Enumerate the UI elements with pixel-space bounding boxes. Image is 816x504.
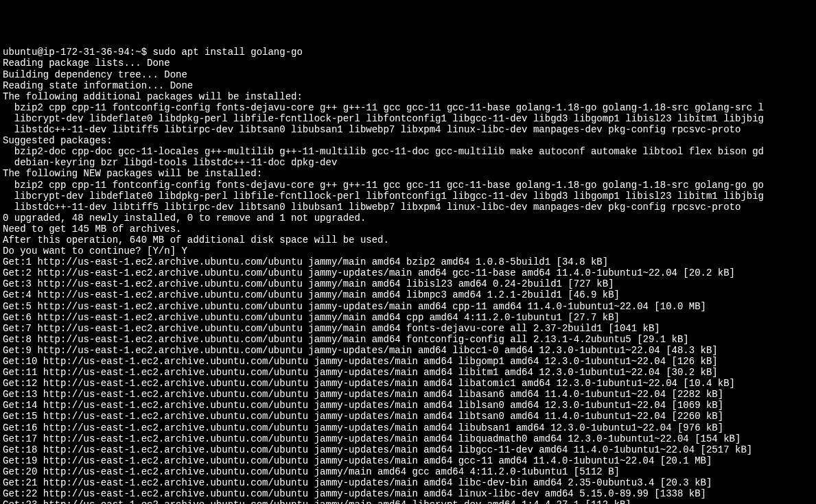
output-line: Get:4 http://us-east-1.ec2.archive.ubunt… (3, 289, 813, 300)
output-line: Need to get 145 MB of archives. (3, 224, 813, 235)
output-line: Get:21 http://us-east-1.ec2.archive.ubun… (3, 477, 813, 488)
output-line: Get:6 http://us-east-1.ec2.archive.ubunt… (3, 312, 813, 323)
output-line: Do you want to continue? [Y/n] Y (3, 245, 813, 256)
output-line: Get:12 http://us-east-1.ec2.archive.ubun… (3, 378, 813, 389)
output-line: debian-keyring bzr libgd-tools libstdc++… (3, 157, 813, 168)
output-line: Get:14 http://us-east-1.ec2.archive.ubun… (3, 400, 813, 411)
output-line: After this operation, 640 MB of addition… (3, 235, 813, 245)
output-line: Get:11 http://us-east-1.ec2.archive.ubun… (3, 367, 813, 378)
output-line: Suggested packages: (3, 135, 813, 146)
entered-command: sudo apt install golang-go (152, 47, 302, 58)
output-line: libcrypt-dev libdeflate0 libdpkg-perl li… (3, 113, 813, 124)
output-line: libstdc++-11-dev libtiff5 libtirpc-dev l… (3, 124, 813, 135)
output-line: Get:1 http://us-east-1.ec2.archive.ubunt… (3, 256, 813, 267)
output-line: Get:5 http://us-east-1.ec2.archive.ubunt… (3, 301, 813, 312)
output-line: Get:17 http://us-east-1.ec2.archive.ubun… (3, 433, 813, 444)
output-line: bzip2-doc cpp-doc gcc-11-locales g++-mul… (3, 146, 813, 157)
output-line: Get:23 http://us-east-1.ec2.archive.ubun… (3, 499, 813, 504)
output-line: Get:9 http://us-east-1.ec2.archive.ubunt… (3, 345, 813, 356)
terminal-output[interactable]: ubuntu@ip-172-31-36-94:~$ sudo apt insta… (3, 47, 813, 504)
command-line: ubuntu@ip-172-31-36-94:~$ sudo apt insta… (3, 47, 303, 58)
output-line: Get:2 http://us-east-1.ec2.archive.ubunt… (3, 267, 813, 278)
output-line: Get:10 http://us-east-1.ec2.archive.ubun… (3, 356, 813, 367)
output-line: Get:13 http://us-east-1.ec2.archive.ubun… (3, 389, 813, 400)
output-line: Get:18 http://us-east-1.ec2.archive.ubun… (3, 444, 813, 455)
output-lines: Reading package lists... DoneBuilding de… (3, 58, 813, 504)
output-line: Reading package lists... Done (3, 58, 813, 69)
output-line: bzip2 cpp cpp-11 fontconfig-config fonts… (3, 180, 813, 191)
output-line: Get:7 http://us-east-1.ec2.archive.ubunt… (3, 323, 813, 334)
output-line: Get:19 http://us-east-1.ec2.archive.ubun… (3, 455, 813, 466)
output-line: 0 upgraded, 48 newly installed, 0 to rem… (3, 213, 813, 224)
output-line: Reading state information... Done (3, 80, 813, 91)
output-line: Get:8 http://us-east-1.ec2.archive.ubunt… (3, 334, 813, 345)
shell-prompt: ubuntu@ip-172-31-36-94:~$ (3, 47, 152, 58)
output-line: Get:20 http://us-east-1.ec2.archive.ubun… (3, 466, 813, 477)
output-line: Get:16 http://us-east-1.ec2.archive.ubun… (3, 422, 813, 433)
output-line: libcrypt-dev libdeflate0 libdpkg-perl li… (3, 191, 813, 202)
output-line: Get:3 http://us-east-1.ec2.archive.ubunt… (3, 278, 813, 289)
output-line: Get:22 http://us-east-1.ec2.archive.ubun… (3, 488, 813, 499)
output-line: bzip2 cpp cpp-11 fontconfig-config fonts… (3, 102, 813, 113)
output-line: Get:15 http://us-east-1.ec2.archive.ubun… (3, 411, 813, 422)
output-line: Building dependency tree... Done (3, 69, 813, 80)
output-line: The following additional packages will b… (3, 91, 813, 102)
output-line: libstdc++-11-dev libtiff5 libtirpc-dev l… (3, 202, 813, 213)
output-line: The following NEW packages will be insta… (3, 168, 813, 179)
